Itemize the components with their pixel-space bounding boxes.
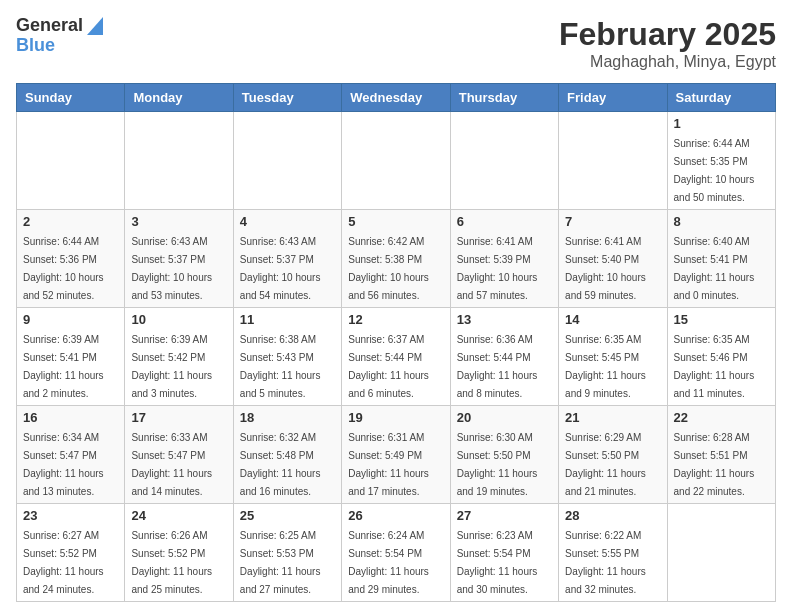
calendar-cell: 8Sunrise: 6:40 AM Sunset: 5:41 PM Daylig…	[667, 210, 775, 308]
calendar-cell	[450, 112, 558, 210]
logo-blue-text: Blue	[16, 36, 103, 56]
calendar-cell: 24Sunrise: 6:26 AM Sunset: 5:52 PM Dayli…	[125, 504, 233, 602]
calendar-cell: 26Sunrise: 6:24 AM Sunset: 5:54 PM Dayli…	[342, 504, 450, 602]
calendar-cell	[233, 112, 341, 210]
day-number: 19	[348, 410, 443, 425]
day-info: Sunrise: 6:35 AM Sunset: 5:45 PM Dayligh…	[565, 334, 646, 399]
day-info: Sunrise: 6:43 AM Sunset: 5:37 PM Dayligh…	[131, 236, 212, 301]
day-number: 26	[348, 508, 443, 523]
day-info: Sunrise: 6:42 AM Sunset: 5:38 PM Dayligh…	[348, 236, 429, 301]
weekday-header-row: SundayMondayTuesdayWednesdayThursdayFrid…	[17, 84, 776, 112]
day-info: Sunrise: 6:33 AM Sunset: 5:47 PM Dayligh…	[131, 432, 212, 497]
calendar-title: February 2025	[559, 16, 776, 53]
calendar-cell: 2Sunrise: 6:44 AM Sunset: 5:36 PM Daylig…	[17, 210, 125, 308]
calendar-cell: 4Sunrise: 6:43 AM Sunset: 5:37 PM Daylig…	[233, 210, 341, 308]
calendar-cell: 13Sunrise: 6:36 AM Sunset: 5:44 PM Dayli…	[450, 308, 558, 406]
weekday-header-saturday: Saturday	[667, 84, 775, 112]
week-row-4: 16Sunrise: 6:34 AM Sunset: 5:47 PM Dayli…	[17, 406, 776, 504]
logo-arrow-icon	[87, 17, 103, 35]
day-number: 3	[131, 214, 226, 229]
calendar-cell: 22Sunrise: 6:28 AM Sunset: 5:51 PM Dayli…	[667, 406, 775, 504]
day-number: 16	[23, 410, 118, 425]
calendar-cell	[559, 112, 667, 210]
day-number: 21	[565, 410, 660, 425]
day-number: 6	[457, 214, 552, 229]
week-row-5: 23Sunrise: 6:27 AM Sunset: 5:52 PM Dayli…	[17, 504, 776, 602]
day-number: 15	[674, 312, 769, 327]
day-info: Sunrise: 6:41 AM Sunset: 5:39 PM Dayligh…	[457, 236, 538, 301]
calendar-subtitle: Maghaghah, Minya, Egypt	[559, 53, 776, 71]
day-number: 17	[131, 410, 226, 425]
weekday-header-sunday: Sunday	[17, 84, 125, 112]
day-number: 5	[348, 214, 443, 229]
day-info: Sunrise: 6:31 AM Sunset: 5:49 PM Dayligh…	[348, 432, 429, 497]
calendar-cell: 15Sunrise: 6:35 AM Sunset: 5:46 PM Dayli…	[667, 308, 775, 406]
calendar-cell: 17Sunrise: 6:33 AM Sunset: 5:47 PM Dayli…	[125, 406, 233, 504]
day-number: 27	[457, 508, 552, 523]
day-info: Sunrise: 6:44 AM Sunset: 5:36 PM Dayligh…	[23, 236, 104, 301]
calendar-cell: 20Sunrise: 6:30 AM Sunset: 5:50 PM Dayli…	[450, 406, 558, 504]
day-info: Sunrise: 6:23 AM Sunset: 5:54 PM Dayligh…	[457, 530, 538, 595]
day-info: Sunrise: 6:37 AM Sunset: 5:44 PM Dayligh…	[348, 334, 429, 399]
calendar-cell: 23Sunrise: 6:27 AM Sunset: 5:52 PM Dayli…	[17, 504, 125, 602]
calendar-cell: 16Sunrise: 6:34 AM Sunset: 5:47 PM Dayli…	[17, 406, 125, 504]
calendar-cell: 12Sunrise: 6:37 AM Sunset: 5:44 PM Dayli…	[342, 308, 450, 406]
calendar-cell: 1Sunrise: 6:44 AM Sunset: 5:35 PM Daylig…	[667, 112, 775, 210]
day-info: Sunrise: 6:30 AM Sunset: 5:50 PM Dayligh…	[457, 432, 538, 497]
day-info: Sunrise: 6:40 AM Sunset: 5:41 PM Dayligh…	[674, 236, 755, 301]
weekday-header-thursday: Thursday	[450, 84, 558, 112]
day-number: 24	[131, 508, 226, 523]
weekday-header-wednesday: Wednesday	[342, 84, 450, 112]
day-number: 28	[565, 508, 660, 523]
day-number: 20	[457, 410, 552, 425]
day-info: Sunrise: 6:36 AM Sunset: 5:44 PM Dayligh…	[457, 334, 538, 399]
day-number: 7	[565, 214, 660, 229]
calendar-cell: 11Sunrise: 6:38 AM Sunset: 5:43 PM Dayli…	[233, 308, 341, 406]
day-number: 1	[674, 116, 769, 131]
calendar-cell: 9Sunrise: 6:39 AM Sunset: 5:41 PM Daylig…	[17, 308, 125, 406]
calendar-cell: 3Sunrise: 6:43 AM Sunset: 5:37 PM Daylig…	[125, 210, 233, 308]
calendar-cell	[667, 504, 775, 602]
calendar-cell: 28Sunrise: 6:22 AM Sunset: 5:55 PM Dayli…	[559, 504, 667, 602]
day-info: Sunrise: 6:28 AM Sunset: 5:51 PM Dayligh…	[674, 432, 755, 497]
calendar-table: SundayMondayTuesdayWednesdayThursdayFrid…	[16, 83, 776, 602]
logo-general-text: General	[16, 16, 83, 36]
day-number: 13	[457, 312, 552, 327]
day-number: 10	[131, 312, 226, 327]
calendar-cell	[17, 112, 125, 210]
calendar-cell: 7Sunrise: 6:41 AM Sunset: 5:40 PM Daylig…	[559, 210, 667, 308]
day-number: 8	[674, 214, 769, 229]
calendar-cell: 10Sunrise: 6:39 AM Sunset: 5:42 PM Dayli…	[125, 308, 233, 406]
day-info: Sunrise: 6:39 AM Sunset: 5:42 PM Dayligh…	[131, 334, 212, 399]
day-info: Sunrise: 6:43 AM Sunset: 5:37 PM Dayligh…	[240, 236, 321, 301]
day-info: Sunrise: 6:38 AM Sunset: 5:43 PM Dayligh…	[240, 334, 321, 399]
calendar-cell: 21Sunrise: 6:29 AM Sunset: 5:50 PM Dayli…	[559, 406, 667, 504]
day-number: 4	[240, 214, 335, 229]
day-number: 18	[240, 410, 335, 425]
day-info: Sunrise: 6:27 AM Sunset: 5:52 PM Dayligh…	[23, 530, 104, 595]
day-info: Sunrise: 6:32 AM Sunset: 5:48 PM Dayligh…	[240, 432, 321, 497]
calendar-cell: 25Sunrise: 6:25 AM Sunset: 5:53 PM Dayli…	[233, 504, 341, 602]
day-info: Sunrise: 6:25 AM Sunset: 5:53 PM Dayligh…	[240, 530, 321, 595]
calendar-cell: 14Sunrise: 6:35 AM Sunset: 5:45 PM Dayli…	[559, 308, 667, 406]
day-info: Sunrise: 6:26 AM Sunset: 5:52 PM Dayligh…	[131, 530, 212, 595]
title-area: February 2025 Maghaghah, Minya, Egypt	[559, 16, 776, 71]
calendar-cell: 18Sunrise: 6:32 AM Sunset: 5:48 PM Dayli…	[233, 406, 341, 504]
svg-marker-0	[87, 17, 103, 35]
day-number: 25	[240, 508, 335, 523]
weekday-header-tuesday: Tuesday	[233, 84, 341, 112]
day-number: 2	[23, 214, 118, 229]
day-info: Sunrise: 6:41 AM Sunset: 5:40 PM Dayligh…	[565, 236, 646, 301]
day-info: Sunrise: 6:35 AM Sunset: 5:46 PM Dayligh…	[674, 334, 755, 399]
calendar-cell	[125, 112, 233, 210]
week-row-3: 9Sunrise: 6:39 AM Sunset: 5:41 PM Daylig…	[17, 308, 776, 406]
week-row-2: 2Sunrise: 6:44 AM Sunset: 5:36 PM Daylig…	[17, 210, 776, 308]
header: General Blue February 2025 Maghaghah, Mi…	[16, 16, 776, 71]
week-row-1: 1Sunrise: 6:44 AM Sunset: 5:35 PM Daylig…	[17, 112, 776, 210]
calendar-cell	[342, 112, 450, 210]
logo: General Blue	[16, 16, 103, 56]
calendar-cell: 19Sunrise: 6:31 AM Sunset: 5:49 PM Dayli…	[342, 406, 450, 504]
day-number: 9	[23, 312, 118, 327]
weekday-header-friday: Friday	[559, 84, 667, 112]
day-info: Sunrise: 6:22 AM Sunset: 5:55 PM Dayligh…	[565, 530, 646, 595]
